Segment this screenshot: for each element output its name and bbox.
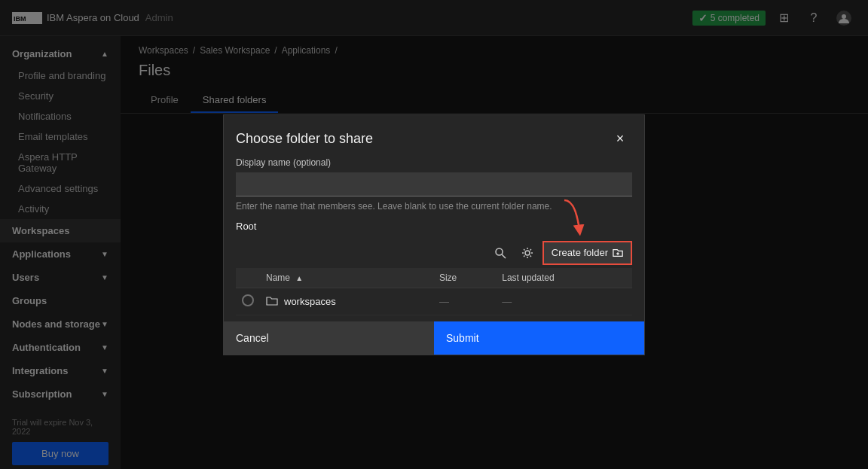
col-last-updated: Last updated bbox=[496, 268, 632, 288]
col-select bbox=[236, 268, 260, 288]
display-name-input[interactable] bbox=[236, 172, 632, 196]
svg-line-5 bbox=[502, 254, 506, 258]
col-name[interactable]: Name ▲ bbox=[260, 268, 433, 288]
sort-icon: ▲ bbox=[295, 274, 303, 282]
folder-toolbar: Create folder bbox=[236, 238, 632, 268]
svg-point-4 bbox=[496, 248, 503, 255]
modal-footer: Cancel Submit bbox=[224, 321, 644, 355]
settings-icon-button[interactable] bbox=[515, 241, 539, 265]
modal-title: Choose folder to share bbox=[236, 131, 373, 147]
folder-table: Name ▲ Size Last updated bbox=[236, 268, 632, 315]
choose-folder-modal: Choose folder to share × Display name (o… bbox=[223, 114, 645, 355]
row-select-cell[interactable] bbox=[236, 288, 260, 315]
table-row[interactable]: workspaces — — bbox=[236, 288, 632, 315]
display-name-label: Display name (optional) bbox=[236, 157, 632, 168]
create-folder-label: Create folder bbox=[552, 247, 608, 258]
gear-icon bbox=[521, 247, 533, 259]
modal-close-button[interactable]: × bbox=[608, 127, 632, 151]
row-last-updated-cell: — bbox=[496, 288, 632, 315]
folder-plus-icon bbox=[613, 248, 623, 258]
create-folder-button[interactable]: Create folder bbox=[542, 241, 632, 265]
folder-icon bbox=[266, 296, 278, 306]
row-size-cell: — bbox=[433, 288, 496, 315]
radio-button[interactable] bbox=[242, 294, 254, 306]
cancel-button[interactable]: Cancel bbox=[224, 321, 434, 355]
row-name-cell: workspaces bbox=[260, 288, 433, 315]
modal-header: Choose folder to share × bbox=[224, 115, 644, 157]
submit-button[interactable]: Submit bbox=[434, 321, 644, 355]
search-icon-button[interactable] bbox=[488, 241, 512, 265]
col-size: Size bbox=[433, 268, 496, 288]
modal-body: Display name (optional) Enter the name t… bbox=[224, 157, 644, 315]
search-icon bbox=[494, 247, 506, 259]
root-label: Root bbox=[236, 221, 632, 232]
field-hint-text: Enter the name that members see. Leave b… bbox=[236, 201, 632, 212]
modal-overlay: Choose folder to share × Display name (o… bbox=[0, 0, 868, 469]
svg-point-6 bbox=[525, 251, 530, 255]
